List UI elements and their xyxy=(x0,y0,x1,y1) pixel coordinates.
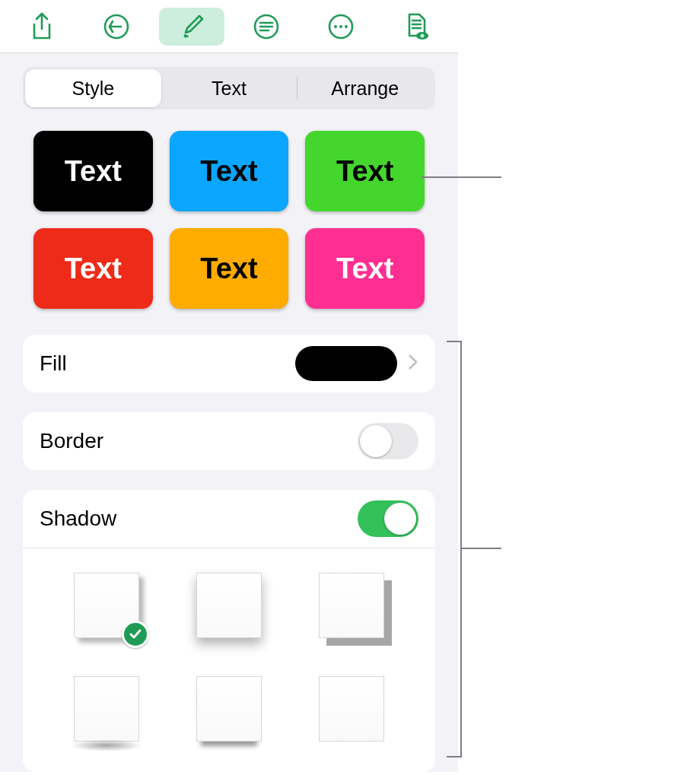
insert-icon xyxy=(252,12,281,41)
tab-arrange[interactable]: Arrange xyxy=(297,69,433,107)
shadow-option-3[interactable] xyxy=(74,676,139,742)
border-label: Border xyxy=(40,429,358,453)
share-button[interactable] xyxy=(9,8,75,46)
tab-style[interactable]: Style xyxy=(25,69,161,107)
border-row: Border xyxy=(23,412,435,470)
preset-3[interactable]: Text xyxy=(33,228,153,309)
border-group: Border xyxy=(23,412,435,470)
more-button[interactable] xyxy=(308,8,374,46)
shadow-option-5[interactable] xyxy=(319,676,384,742)
tab-text[interactable]: Text xyxy=(161,69,298,107)
document-options-icon xyxy=(402,11,430,42)
chevron-right-icon xyxy=(408,351,418,376)
shadow-row: Shadow xyxy=(23,490,435,548)
more-icon xyxy=(326,12,355,41)
preset-2[interactable]: Text xyxy=(305,131,425,211)
document-options-button[interactable] xyxy=(383,8,449,46)
border-toggle[interactable] xyxy=(358,423,418,459)
shadow-option-4[interactable] xyxy=(196,676,262,742)
fill-group: Fill xyxy=(23,335,435,392)
share-icon xyxy=(30,12,54,41)
shadow-option-0[interactable] xyxy=(74,573,139,638)
top-toolbar xyxy=(0,0,458,53)
fill-label: Fill xyxy=(40,351,295,376)
shadow-options xyxy=(46,556,412,742)
callout-line xyxy=(422,176,501,178)
preset-4[interactable]: Text xyxy=(170,228,289,309)
callout-bracket-top xyxy=(447,341,460,342)
format-button[interactable] xyxy=(159,8,224,46)
shadow-toggle[interactable] xyxy=(358,500,418,537)
callout-bracket-bottom xyxy=(447,756,460,758)
undo-button[interactable] xyxy=(84,8,149,46)
format-tabs: Style Text Arrange xyxy=(0,53,458,131)
undo-icon xyxy=(102,12,131,41)
preset-0[interactable]: Text xyxy=(33,131,153,211)
fill-row[interactable]: Fill xyxy=(23,335,435,392)
shadow-group: Shadow xyxy=(23,490,435,772)
svg-point-3 xyxy=(334,25,337,28)
preset-5[interactable]: Text xyxy=(305,228,425,309)
check-icon xyxy=(122,621,149,648)
shadow-option-1[interactable] xyxy=(196,573,262,638)
callout-bracket-vert xyxy=(460,341,462,758)
preset-1[interactable]: Text xyxy=(170,131,289,211)
svg-point-7 xyxy=(420,33,424,37)
callout-bracket-out xyxy=(460,548,501,549)
shadow-label: Shadow xyxy=(40,507,358,531)
style-presets: Text Text Text Text Text Text xyxy=(0,131,458,335)
svg-point-5 xyxy=(345,25,348,28)
svg-point-4 xyxy=(339,25,342,28)
insert-button[interactable] xyxy=(234,8,299,46)
shadow-option-2[interactable] xyxy=(319,573,384,638)
fill-swatch xyxy=(295,346,397,381)
format-brush-icon xyxy=(177,11,207,42)
